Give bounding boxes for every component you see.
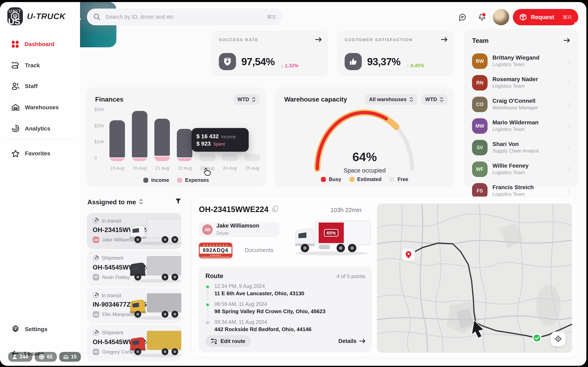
sidebar-item-warehouses[interactable]: Warehouses: [0, 101, 80, 113]
assigned-shipment-card[interactable]: Shipment OH-54545WWE224 NF Noah Flatley: [87, 250, 181, 286]
legend-swatch: [390, 177, 395, 182]
y-tick: 0: [94, 155, 104, 160]
status-label: Shipment: [102, 255, 123, 261]
route-map[interactable]: [377, 203, 572, 353]
map-locate-button[interactable]: [551, 332, 566, 346]
route-edit-icon: [211, 338, 217, 344]
kebab-menu-icon[interactable]: ⋮: [566, 144, 572, 151]
select-chevrons-icon: [252, 97, 256, 102]
period-value: WTD: [237, 97, 249, 102]
user-avatar[interactable]: [493, 9, 509, 25]
legend-swatch: [321, 177, 326, 182]
finances-period-select[interactable]: WTD: [233, 94, 260, 105]
route-title: Route: [205, 272, 337, 280]
notifications-button[interactable]: [474, 9, 490, 25]
member-role: Logistics Team: [493, 126, 561, 133]
assigned-shipment-card[interactable]: In transit OH-23415WWE224 JW Jake Willia…: [87, 213, 181, 249]
point-address: 98 Spring Valley Rd Crown City, Ohio, 45…: [214, 308, 325, 314]
bar-19 Aug[interactable]: [109, 109, 125, 161]
avatar: CO: [472, 96, 488, 112]
team-member-row[interactable]: BW Brittany Wiegand Logistics Team ⋮: [464, 50, 578, 72]
kpi-delta: ↑ 0,45%: [407, 63, 424, 70]
details-link[interactable]: Details: [338, 338, 365, 344]
sort-icon[interactable]: [139, 198, 143, 206]
sidebar-item-analytics[interactable]: Analytics: [0, 122, 80, 134]
team-member-row[interactable]: MW Mario Wilderman Logistics Team ⋮: [464, 115, 578, 137]
bar-20 Aug[interactable]: [131, 109, 148, 161]
kebab-menu-icon[interactable]: ⋮: [566, 166, 572, 172]
kebab-menu-icon[interactable]: ⋮: [566, 58, 572, 64]
customer-satisfaction-card: CUSTOMER SATISFACTION 93,37% ↑ 0,45%: [337, 31, 454, 76]
request-box-icon: [519, 13, 527, 21]
edit-route-button[interactable]: Edit route: [205, 335, 251, 347]
status-row: Shipment: [93, 255, 123, 261]
driver-row: NF Noah Flatley: [93, 274, 130, 280]
assigned-shipment-card[interactable]: In transit IN-9034677ZFG154 EM Ellis Mar…: [87, 287, 181, 324]
legend-label: Busy: [329, 176, 341, 182]
search-shortcut: ⌘S: [267, 14, 276, 20]
bar-22 Aug[interactable]: [177, 109, 193, 161]
checkpoint-icon: [205, 320, 210, 325]
tooltip-spent-label: Spent: [213, 142, 225, 146]
capacity-gauge: 64% Space occupied: [303, 103, 426, 172]
y-tick: $30k: [94, 107, 104, 112]
route-point: 09:34 AM, 11 Aug 2024 442 Rockside Rd Be…: [205, 319, 325, 332]
gauge-legend: BusyEstimatedFree: [275, 176, 454, 182]
x-tick: 19 Aug: [109, 166, 125, 170]
x-tick: 22 Aug: [177, 166, 193, 170]
avatar: JW: [93, 236, 99, 243]
warehouse-capacity-card: Warehouse capacity All warehouses WTD 64…: [275, 87, 454, 187]
member-role: Logistics Team: [493, 62, 561, 68]
warehouse-title: Warehouse capacity: [284, 96, 361, 103]
filter-icon[interactable]: [175, 198, 181, 206]
sidebar-item-label: Staff: [25, 83, 38, 89]
team-member-row[interactable]: RN Rosemary Nader Logistics Team ⋮: [464, 72, 578, 93]
route-card: Route 4 of 5 points 12:34 PM, 9 Aug 2024…: [199, 266, 372, 352]
team-member-row[interactable]: SV Shari Von Supply Chain Analyst ⋮: [464, 137, 578, 158]
kebab-menu-icon[interactable]: ⋮: [566, 101, 572, 108]
chat-button[interactable]: [454, 9, 470, 25]
sidebar-item-track[interactable]: Track: [0, 59, 80, 71]
bar-21 Aug[interactable]: [154, 109, 171, 161]
shipment-detail-card: OH-23415WWE224 103h 22min JW Jake Willia…: [191, 197, 578, 358]
detail-truck-art: 65%: [292, 218, 372, 258]
arrow-right-icon[interactable]: [315, 36, 322, 44]
member-role: Supply Chain Analyst: [493, 148, 561, 154]
search-input[interactable]: [104, 13, 263, 20]
sidebar-item-staff[interactable]: Staff: [0, 80, 80, 92]
analytics-icon: [11, 124, 20, 133]
checkpoint-icon: [205, 303, 210, 307]
favorites-star-icon: [11, 150, 20, 157]
status-label: Shipment: [102, 330, 123, 336]
load-percent-label: 65%: [327, 230, 336, 235]
kebab-menu-icon[interactable]: ⋮: [566, 187, 572, 194]
bar-empty: [222, 154, 238, 161]
shield-star-icon: [219, 53, 236, 70]
member-name: Francis Streich: [493, 184, 561, 191]
route-points: 12:34 PM, 9 Aug 2024 11 E 6th Ave Lancas…: [205, 284, 325, 337]
gauge-value: 64%: [303, 150, 426, 164]
bar-expense-segment: [155, 157, 170, 161]
point-time: 12:34 PM, 9 Aug 2024: [214, 284, 325, 289]
team-member-row[interactable]: WF Willie Feeney Logistics Team ⋮: [464, 158, 578, 180]
driver-chip[interactable]: JW Jake Williamson Driver: [199, 222, 280, 237]
assigned-shipment-card[interactable]: Shipment OH-54545WWE224 GC Gregory Corwi…: [87, 325, 181, 361]
plate-stars: ★ ★ ★ ★ ★ ★ ★ ★: [200, 243, 232, 247]
finances-card: Finances WTD $30k$20k$10k0 19 Aug20 Aug2…: [86, 87, 266, 187]
sidebar-item-settings[interactable]: Settings: [0, 323, 80, 335]
license-plate: ★ ★ ★ ★ ★ ★ ★ ★ 892ADQ4 ·KANSAS·: [199, 243, 232, 258]
sidebar-item-dashboard[interactable]: Dashboard: [0, 38, 80, 50]
map-canvas: [377, 203, 572, 353]
team-arrow-right-icon[interactable]: [563, 37, 570, 44]
sidebar-item-favorites[interactable]: Favorites: [0, 147, 80, 159]
kebab-menu-icon[interactable]: ⋮: [566, 79, 572, 86]
copy-icon[interactable]: [272, 206, 278, 214]
tooltip-spent-value: $ 923: [196, 140, 211, 147]
shipment-id-title: OH-23415WWE224: [199, 205, 268, 214]
kebab-menu-icon[interactable]: ⋮: [566, 123, 572, 129]
avatar: WF: [472, 161, 488, 177]
arrow-right-icon[interactable]: [441, 36, 448, 44]
request-button[interactable]: Request ⌘R: [513, 9, 578, 25]
documents-link[interactable]: Documents: [245, 247, 274, 253]
team-member-row[interactable]: CO Craig O'Connell Warehouse Manager ⋮: [464, 93, 578, 115]
